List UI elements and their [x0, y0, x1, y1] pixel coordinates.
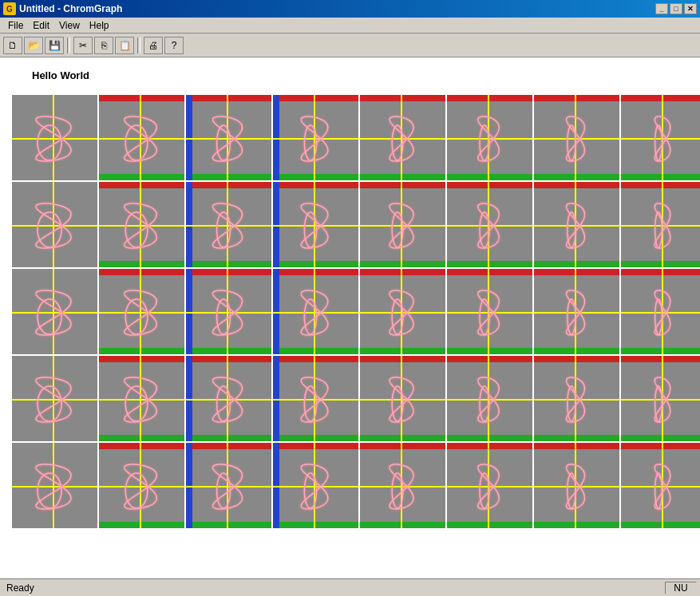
copy-button[interactable]: ⎘ [94, 37, 113, 54]
graph-cell[interactable] [273, 95, 358, 180]
status-bar: Ready NU [0, 578, 700, 596]
save-button[interactable]: 💾 [45, 37, 64, 54]
menu-edit[interactable]: Edit [28, 19, 54, 32]
graph-cell[interactable] [447, 356, 532, 441]
graph-cell[interactable] [534, 182, 619, 267]
graph-cell[interactable] [12, 182, 97, 267]
graph-cell[interactable] [273, 182, 358, 267]
graph-cell[interactable] [447, 269, 532, 354]
toolbar-separator-2 [137, 37, 140, 53]
title-bar: G Untitled - ChromGraph _ □ ✕ [0, 0, 700, 18]
graph-cell[interactable] [99, 269, 184, 354]
main-area: Hello World [0, 57, 700, 578]
minimize-button[interactable]: _ [655, 3, 668, 14]
graph-cell[interactable] [12, 443, 97, 528]
maximize-button[interactable]: □ [670, 3, 682, 14]
graph-cell[interactable] [186, 269, 271, 354]
graph-cell[interactable] [360, 269, 445, 354]
paste-button[interactable]: 📋 [115, 37, 134, 54]
menu-bar: File Edit View Help [0, 18, 700, 34]
toolbar-separator-1 [67, 37, 70, 53]
graph-cell[interactable] [447, 182, 532, 267]
graph-cell[interactable] [12, 95, 97, 180]
graph-cell[interactable] [534, 443, 619, 528]
graph-cell[interactable] [99, 95, 184, 180]
graph-cell[interactable] [360, 182, 445, 267]
title-text: Untitled - ChromGraph [19, 3, 122, 14]
cut-button[interactable]: ✂ [73, 37, 93, 54]
graph-cell[interactable] [186, 443, 271, 528]
graph-cell[interactable] [360, 95, 445, 180]
window-controls: _ □ ✕ [655, 3, 697, 14]
graph-cell[interactable] [186, 356, 271, 441]
graph-cell[interactable] [534, 95, 619, 180]
menu-file[interactable]: File [3, 19, 28, 32]
hello-world-text: Hello World [0, 57, 700, 93]
graph-cell[interactable] [447, 443, 532, 528]
graph-cell[interactable] [534, 356, 619, 441]
new-button[interactable]: 🗋 [3, 37, 22, 54]
graph-grid [0, 93, 700, 530]
status-text: Ready [3, 582, 665, 594]
menu-help[interactable]: Help [85, 19, 114, 32]
graph-cell[interactable] [447, 95, 532, 180]
graph-cell[interactable] [621, 95, 700, 180]
graph-cell[interactable] [621, 443, 700, 528]
graph-cell[interactable] [360, 443, 445, 528]
close-button[interactable]: ✕ [684, 3, 697, 14]
graph-cell[interactable] [621, 269, 700, 354]
graph-cell[interactable] [273, 356, 358, 441]
app-icon: G [3, 2, 16, 15]
graph-cell[interactable] [12, 269, 97, 354]
graph-cell[interactable] [621, 356, 700, 441]
menu-view[interactable]: View [54, 19, 85, 32]
graph-cell[interactable] [621, 182, 700, 267]
status-nu: NU [665, 582, 697, 594]
graph-cell[interactable] [186, 182, 271, 267]
print-button[interactable]: 🖨 [144, 37, 163, 54]
graph-cell[interactable] [273, 443, 358, 528]
open-button[interactable]: 📂 [24, 37, 43, 54]
help-button[interactable]: ? [164, 37, 184, 54]
graph-cell[interactable] [99, 443, 184, 528]
graph-cell[interactable] [273, 269, 358, 354]
graph-cell[interactable] [99, 356, 184, 441]
graph-cell[interactable] [12, 356, 97, 441]
graph-cell[interactable] [186, 95, 271, 180]
graph-cell[interactable] [534, 269, 619, 354]
graph-cell[interactable] [360, 356, 445, 441]
toolbar: 🗋 📂 💾 ✂ ⎘ 📋 🖨 ? [0, 34, 700, 57]
graph-cell[interactable] [99, 182, 184, 267]
